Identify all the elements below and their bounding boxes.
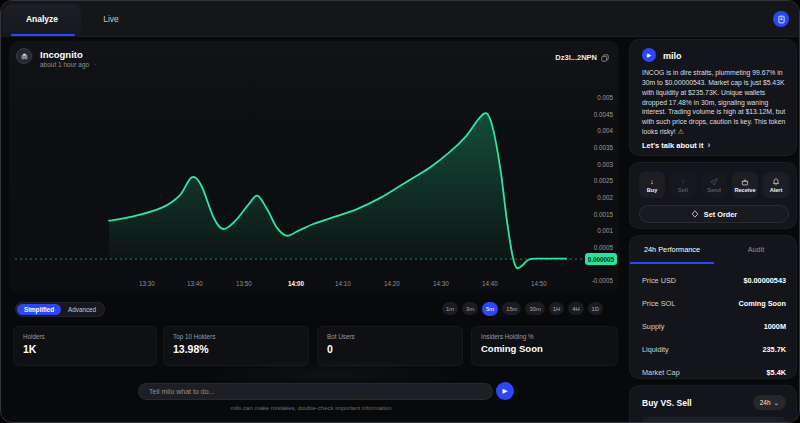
row-label: Market Cap: [642, 368, 680, 377]
bell-icon: [772, 178, 780, 186]
y-axis-tick: 0.001: [573, 227, 613, 234]
buy-button[interactable]: ↓ Buy: [639, 172, 665, 198]
top-nav-bar: Analyze Live: [1, 1, 800, 37]
y-axis-tick: 0.005: [573, 94, 613, 101]
stat-value: 0: [327, 343, 333, 355]
x-axis-tick: 13:50: [229, 280, 259, 287]
token-name: Incognito: [40, 49, 83, 60]
y-axis-tick: 0.0025: [573, 177, 613, 184]
performance-card: 24h Performance Audit Price USD $0.00000…: [629, 235, 797, 379]
receive-button[interactable]: Receive: [732, 172, 758, 198]
incognito-icon: [19, 51, 30, 62]
y-axis-tick: 0.003: [573, 161, 613, 168]
milo-command-input[interactable]: [138, 383, 493, 400]
row-value: $0.00000543: [743, 276, 786, 285]
notebook-icon: [777, 15, 786, 24]
y-axis-tick: 0.0045: [573, 111, 613, 118]
milo-avatar: ▶: [642, 48, 656, 62]
stat-label: Insiders Holding %: [481, 333, 534, 340]
y-axis-tick: 0.002: [573, 194, 613, 201]
range-15m[interactable]: 15m: [502, 302, 521, 315]
row-supply: Supply 1000M: [630, 314, 798, 337]
buy-sell-ratio-bar: [642, 417, 786, 423]
stat-value: 13.98%: [173, 343, 209, 355]
sell-button[interactable]: ↑ Sell: [670, 172, 696, 198]
row-value: Coming Soon: [739, 299, 786, 308]
row-value: 235.7K: [762, 345, 786, 354]
app-window: Analyze Live Incognito about 1 hour ago·…: [0, 0, 800, 423]
range-1m[interactable]: 1m: [442, 302, 458, 315]
current-price-badge: 0.000005: [585, 253, 617, 265]
send-token-button[interactable]: Send: [701, 172, 727, 198]
range-dropdown[interactable]: 24h ⌄: [753, 395, 786, 410]
performance-tab-underline: [630, 262, 714, 264]
warning-icon: ⚠: [678, 128, 684, 135]
token-updated: about 1 hour ago·: [40, 61, 96, 68]
tab-live[interactable]: Live: [93, 1, 129, 37]
chart-mode-toggle: Simplified Advanced: [15, 302, 105, 317]
tab-analyze[interactable]: Analyze: [11, 1, 73, 37]
play-icon: ▶: [647, 52, 651, 58]
row-value: $5.4K: [767, 368, 786, 377]
timeframe-selector: 1m 3m 5m 15m 30m 1H 4H 1D: [442, 302, 603, 316]
alert-button[interactable]: Alert: [763, 172, 789, 198]
chart-area-fill: [109, 113, 566, 268]
stat-top10-holders: Top 10 Holders 13.98%: [163, 326, 309, 366]
stat-value: 1K: [23, 343, 36, 355]
notebook-button[interactable]: [773, 11, 789, 27]
token-address[interactable]: Dz3l...2NPN: [555, 53, 609, 62]
chart-panel: Incognito about 1 hour ago· Dz3l...2NPN …: [9, 41, 619, 293]
chevron-down-icon: ⌄: [774, 399, 779, 407]
row-market-cap: Market Cap $5.4K: [630, 360, 798, 383]
range-4h[interactable]: 4H: [568, 302, 583, 315]
y-axis-tick: 0.0035: [573, 144, 613, 151]
actions-card: ↓ Buy ↑ Sell Send Receive: [629, 162, 797, 229]
row-label: Liquidity: [642, 345, 669, 354]
mode-simplified[interactable]: Simplified: [17, 304, 61, 315]
milo-summary-card: ▶ milo INCOG is in dire straits, plummet…: [629, 39, 797, 156]
row-liquidity: Liquidity 235.7K: [630, 337, 798, 360]
x-axis-tick: 14:30: [426, 280, 456, 287]
play-icon: ▶: [503, 387, 508, 395]
x-axis-tick: 13:30: [132, 280, 162, 287]
mode-advanced[interactable]: Advanced: [61, 304, 103, 315]
disclaimer-text: milo can make mistakes, double-check imp…: [1, 405, 621, 411]
x-axis-tick: 14:40: [475, 280, 505, 287]
copy-icon[interactable]: [601, 54, 609, 62]
separator-dot: ·: [94, 61, 96, 68]
row-label: Price SOL: [642, 299, 675, 308]
active-tab-underline: [11, 34, 75, 37]
stat-label: Holders: [23, 333, 45, 340]
tab-24h-performance[interactable]: 24h Performance: [630, 236, 714, 262]
stat-value: Coming Soon: [481, 343, 543, 354]
send-button[interactable]: ▶: [496, 382, 514, 400]
buy-vs-sell-title: Buy VS. Sell: [642, 398, 692, 408]
set-order-icon: [691, 210, 699, 218]
tab-audit[interactable]: Audit: [714, 236, 798, 262]
row-value: 1000M: [764, 322, 786, 331]
range-30m[interactable]: 30m: [525, 302, 544, 315]
set-order-button[interactable]: Set Order: [639, 205, 789, 223]
range-1d[interactable]: 1D: [588, 302, 603, 315]
stat-label: Top 10 Holders: [173, 333, 215, 340]
x-axis-tick: 14:50: [524, 280, 554, 287]
range-3m[interactable]: 3m: [462, 302, 478, 315]
token-avatar: [16, 48, 32, 64]
x-axis-tick: 14:20: [377, 280, 407, 287]
stat-insiders-holding: Insiders Holding % Coming Soon: [471, 326, 618, 366]
range-5m[interactable]: 5m: [482, 302, 498, 316]
price-chart: [9, 41, 619, 293]
lets-talk-link[interactable]: Let's talk about it ›: [642, 140, 710, 150]
y-axis-tick: 0.0015: [573, 211, 613, 218]
row-label: Supply: [642, 322, 664, 331]
stat-label: Bot Users: [327, 333, 355, 340]
assistant-message: INCOG is in dire straits, plummeting 99.…: [642, 68, 788, 137]
range-1h[interactable]: 1H: [549, 302, 564, 315]
buy-vs-sell-card: Buy VS. Sell 24h ⌄: [629, 385, 797, 423]
row-price-usd: Price USD $0.00000543: [630, 268, 798, 291]
arrow-down-icon: ↓: [650, 178, 654, 186]
chart-line: [109, 113, 566, 268]
x-axis-tick: 14:10: [328, 280, 358, 287]
y-axis-tick: 0.0005: [573, 244, 613, 251]
stat-bot-users: Bot Users 0: [317, 326, 463, 366]
